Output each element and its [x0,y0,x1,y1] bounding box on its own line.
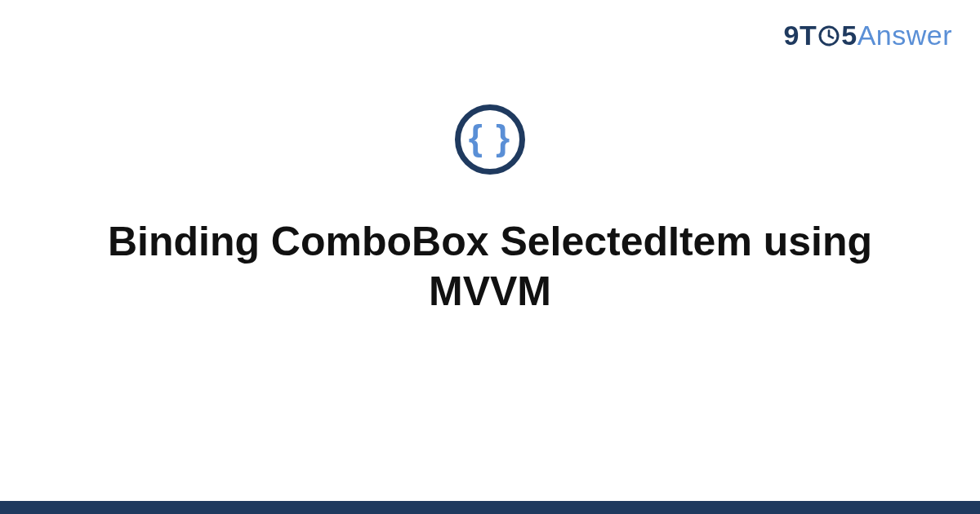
page-title: Binding ComboBox SelectedItem using MVVM [82,217,898,317]
footer-accent-bar [0,501,980,514]
card-root: 9T 5 Answer { } Binding ComboBox Selecte… [0,0,980,514]
logo-text-9t: 9T [784,20,817,51]
braces-icon: { } [469,120,511,156]
content-block: { } Binding ComboBox SelectedItem using … [0,104,980,317]
svg-line-2 [829,36,833,38]
logo-text-answer: Answer [858,20,952,51]
clock-icon [817,24,840,47]
site-logo: 9T 5 Answer [784,20,952,51]
logo-text-5: 5 [841,20,857,51]
category-badge: { } [455,104,525,175]
